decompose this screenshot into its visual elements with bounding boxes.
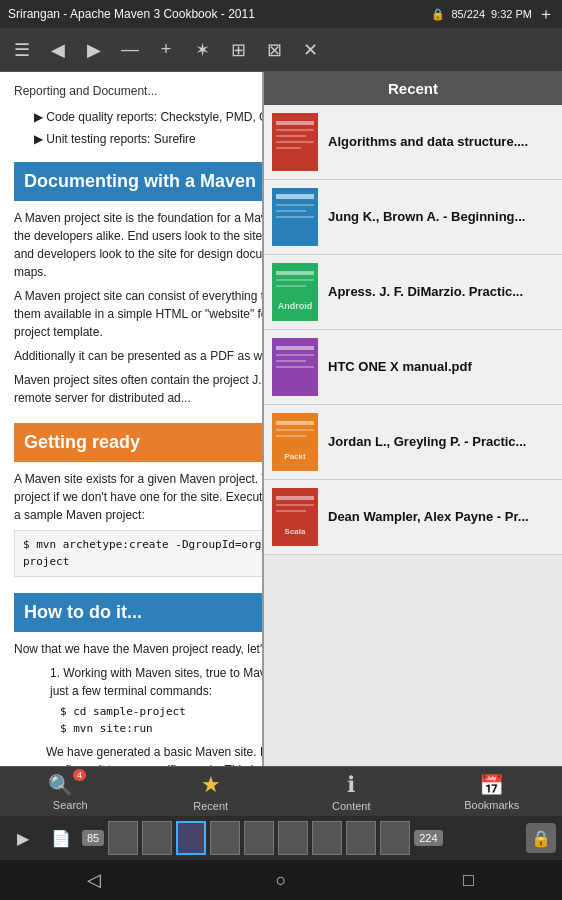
svg-rect-2 [276,129,314,131]
thumb-1[interactable] [108,821,138,855]
page-controls: ▶ 📄 85 224 🔒 [0,816,562,860]
recent-panel: Recent Algorithms and data structure.... [262,72,562,766]
next-button[interactable]: ▶ [76,32,112,68]
svg-rect-17 [276,346,314,350]
zoom-in-button[interactable]: + [148,32,184,68]
recent-thumb-6: Scala [272,488,318,546]
thumb-2[interactable] [142,821,172,855]
bookmarks-icon: 📅 [479,773,504,797]
svg-rect-29 [276,510,306,512]
zoom-out-button[interactable]: — [112,32,148,68]
recent-thumb-4 [272,338,318,396]
nav-search[interactable]: 🔍 4 Search [0,767,141,816]
close-button[interactable]: ✕ [292,32,328,68]
page-icon-button[interactable]: 📄 [44,821,78,855]
svg-rect-19 [276,360,306,362]
menu-button[interactable]: ☰ [4,32,40,68]
svg-rect-1 [276,121,314,125]
nav-recent[interactable]: ★ Recent [141,767,282,816]
svg-rect-10 [276,216,314,218]
recent-item-title-2: Jung K., Brown A. - Beginning... [328,209,525,226]
content-label: Content [332,800,371,812]
svg-rect-3 [276,135,306,137]
thumb-4[interactable] [210,821,240,855]
svg-rect-8 [276,204,314,206]
bottom-nav: 🔍 4 Search ★ Recent ℹ Content 📅 Bookmark… [0,766,562,816]
notif-badge: 4 [73,769,86,781]
recent-item-5[interactable]: Packt Jordan L., Greyling P. - Practic..… [264,405,562,480]
recent-item-title-4: HTC ONE X manual.pdf [328,359,472,376]
grid-button[interactable]: ⊞ [220,32,256,68]
thumb-current[interactable] [176,821,206,855]
recent-item-1[interactable]: Algorithms and data structure.... [264,105,562,180]
recent-thumb-1 [272,113,318,171]
svg-rect-9 [276,210,306,212]
svg-rect-13 [276,279,314,281]
recent-header: Recent [264,72,562,105]
nav-bookmarks[interactable]: 📅 Bookmarks [422,767,563,816]
recent-item-title-5: Jordan L., Greyling P. - Practic... [328,434,526,451]
nav-content[interactable]: ℹ Content [281,767,422,816]
svg-rect-24 [276,435,306,437]
svg-rect-5 [276,147,301,149]
recent-item-6[interactable]: Scala Dean Wampler, Alex Payne - Pr... [264,480,562,555]
recent-icon: ★ [201,772,221,798]
svg-rect-14 [276,285,306,287]
thumb-7[interactable] [312,821,342,855]
toolbar-left: ☰ ◀ ▶ — + ✶ ⊞ ⊠ ✕ [4,32,328,68]
prev-button[interactable]: ◀ [40,32,76,68]
svg-rect-22 [276,421,314,425]
content-icon: ℹ [347,772,355,798]
svg-rect-18 [276,354,314,356]
crop-button[interactable]: ⊠ [256,32,292,68]
recent-item-title-3: Apress. J. F. DiMarzio. Practic... [328,284,523,301]
svg-text:Android: Android [278,301,313,311]
home-button[interactable]: ○ [256,870,306,891]
svg-rect-23 [276,429,314,431]
bookmarks-label: Bookmarks [464,799,519,811]
back-button[interactable]: ◁ [69,869,119,891]
recent-item-title-1: Algorithms and data structure.... [328,134,528,151]
search-icon: 🔍 4 [48,773,92,797]
add-icon[interactable]: ＋ [538,4,554,25]
lock-icon: 🔒 [431,8,445,21]
status-bar: Srirangan - Apache Maven 3 Cookbook - 20… [0,0,562,28]
svg-rect-12 [276,271,314,275]
android-nav: ◁ ○ □ [0,860,562,900]
toolbar: ☰ ◀ ▶ — + ✶ ⊞ ⊠ ✕ [0,28,562,72]
app-title: Srirangan - Apache Maven 3 Cookbook - 20… [8,7,255,21]
svg-rect-7 [276,194,314,199]
lock-button[interactable]: 🔒 [526,823,556,853]
status-right: 🔒 85/224 9:32 PM ＋ [431,4,554,25]
thumb-6[interactable] [278,821,308,855]
svg-rect-27 [276,496,314,500]
recent-thumb-2 [272,188,318,246]
recent-thumb-5: Packt [272,413,318,471]
svg-text:Packt: Packt [284,452,306,461]
recent-thumb-3: Android [272,263,318,321]
recent-item-3[interactable]: Android Apress. J. F. DiMarzio. Practic.… [264,255,562,330]
svg-rect-28 [276,504,314,506]
svg-rect-20 [276,366,314,368]
status-title: Srirangan - Apache Maven 3 Cookbook - 20… [8,7,255,21]
main-content: Reporting and Document... ▶ Code quality… [0,72,562,766]
svg-text:Scala: Scala [285,527,306,536]
current-page-badge: 85 [82,830,104,846]
svg-rect-4 [276,141,314,143]
star-button[interactable]: ✶ [184,32,220,68]
page-indicator: 85/224 [451,8,485,20]
recent-label: Recent [193,800,228,812]
recent-item-title-6: Dean Wampler, Alex Payne - Pr... [328,509,529,526]
thumb-9[interactable] [380,821,410,855]
search-label: Search [53,799,88,811]
total-page-badge: 224 [414,830,442,846]
play-button[interactable]: ▶ [6,821,40,855]
recents-button[interactable]: □ [443,870,493,891]
recent-item-2[interactable]: Jung K., Brown A. - Beginning... [264,180,562,255]
thumb-8[interactable] [346,821,376,855]
time: 9:32 PM [491,8,532,20]
thumb-5[interactable] [244,821,274,855]
recent-item-4[interactable]: HTC ONE X manual.pdf [264,330,562,405]
